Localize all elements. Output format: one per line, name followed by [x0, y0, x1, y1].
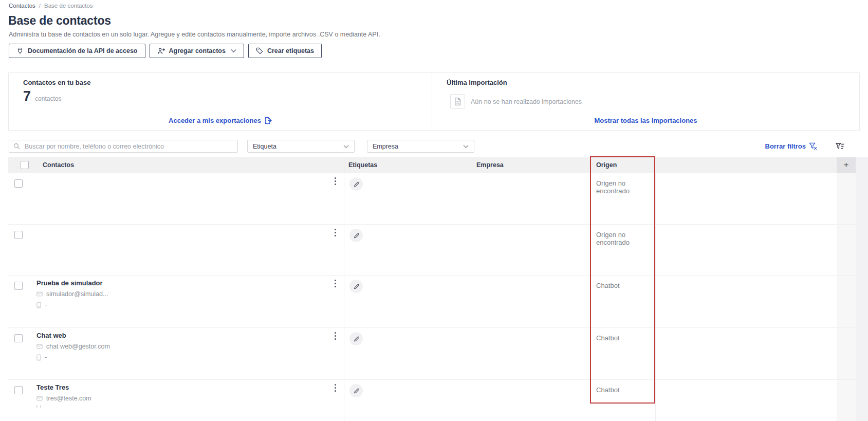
phone-icon	[36, 302, 41, 308]
contacts-count-label: contactos	[35, 95, 61, 102]
origin-cell: Origen no encontrado	[590, 225, 656, 275]
breadcrumb-current-page: Base de contactos	[44, 3, 93, 9]
company-filter-select[interactable]: Empresa	[367, 140, 474, 153]
contact-name: Prueba de simulador	[36, 279, 108, 287]
contacts-table: Contactos Etiquetas Empresa Origen + Ori…	[8, 157, 856, 421]
column-header-company: Empresa	[471, 157, 590, 173]
edit-tags-button[interactable]	[349, 384, 363, 397]
table-right-gutter	[856, 157, 868, 421]
company-cell	[471, 173, 590, 224]
company-cell	[471, 225, 590, 275]
company-cell	[471, 380, 590, 421]
search-input[interactable]	[24, 142, 233, 151]
add-column-button[interactable]: +	[837, 157, 856, 173]
contacts-count: 7 contactos	[23, 88, 61, 104]
column-header-tags: Etiquetas	[344, 157, 471, 173]
edit-pencil-icon	[353, 181, 360, 188]
breadcrumb-contactos[interactable]: Contactos	[9, 3, 35, 9]
contact-name: Chat web	[36, 332, 110, 339]
row-checkbox[interactable]	[14, 282, 23, 290]
show-all-imports-label: Mostrar todas las importaciones	[594, 117, 697, 124]
edit-pencil-icon	[353, 336, 360, 342]
import-card-title: Última importación	[447, 79, 507, 86]
mail-icon	[36, 344, 43, 349]
phone-icon	[36, 405, 41, 408]
add-user-icon	[157, 47, 165, 55]
table-row: Teste Tres tres@teste.com Chatbot	[8, 379, 856, 421]
chevron-down-icon	[343, 145, 349, 148]
edit-tags-button[interactable]	[349, 229, 363, 242]
row-checkbox[interactable]	[14, 386, 23, 394]
edit-tags-button[interactable]	[349, 332, 363, 345]
origin-cell: Chatbot	[590, 328, 656, 379]
breadcrumb: Contactos / Base de contactos	[9, 3, 93, 9]
edit-tags-button[interactable]	[349, 177, 363, 191]
page-subtitle: Administra tu base de contactos en un so…	[9, 31, 380, 38]
edit-tags-button[interactable]	[349, 280, 363, 293]
import-empty-message: Aún no se han realizado importaciones	[471, 98, 582, 105]
company-cell	[471, 276, 590, 327]
add-contacts-button[interactable]: Agregar contactos	[150, 44, 244, 58]
chevron-down-icon	[463, 145, 469, 148]
table-row: Chat web chat web@gestor.com - Chatbot	[8, 327, 856, 379]
column-header-origin: Origen	[590, 157, 656, 173]
tag-filter-select[interactable]: Etiqueta	[247, 140, 355, 153]
contact-email: simulador@simulad...	[46, 290, 108, 298]
kebab-menu-icon[interactable]	[331, 384, 339, 392]
filter-icon[interactable]	[836, 143, 844, 150]
contacts-count-number: 7	[23, 88, 31, 104]
contact-email: chat web@gestor.com	[46, 343, 110, 350]
row-checkbox[interactable]	[14, 179, 23, 188]
table-row: Origen no encontrado	[8, 224, 856, 275]
import-empty-state: Aún no se han realizado importaciones	[450, 94, 582, 109]
search-box	[9, 140, 238, 153]
search-icon	[13, 143, 20, 150]
exports-link[interactable]: Acceder a mis exportaciones	[169, 117, 272, 124]
row-checkbox[interactable]	[14, 334, 23, 342]
column-header-contacts: Contactos	[43, 161, 74, 169]
row-checkbox[interactable]	[14, 231, 23, 239]
edit-pencil-icon	[353, 283, 360, 290]
select-all-checkbox[interactable]	[21, 161, 29, 169]
export-document-icon	[264, 117, 272, 124]
mail-icon	[36, 291, 43, 297]
api-docs-label: Documentación de la API de acceso	[28, 47, 138, 54]
kebab-menu-icon[interactable]	[331, 280, 339, 287]
add-column-cell	[837, 276, 856, 327]
breadcrumb-separator: /	[39, 3, 41, 9]
add-contacts-label: Agregar contactos	[169, 47, 226, 54]
edit-pencil-icon	[353, 232, 360, 239]
show-all-imports-link[interactable]: Mostrar todas las importaciones	[594, 117, 697, 124]
page-title: Base de contactos	[8, 14, 111, 28]
create-tags-label: Crear etiquetas	[267, 47, 314, 54]
clear-filter-icon	[809, 142, 817, 150]
contacts-count-card: Contactos en tu base 7 contactos Acceder…	[9, 73, 432, 130]
create-tags-button[interactable]: Crear etiquetas	[248, 44, 322, 58]
clear-filters-label: Borrar filtros	[765, 142, 806, 150]
kebab-menu-icon[interactable]	[331, 229, 339, 236]
summary-cards: Contactos en tu base 7 contactos Acceder…	[8, 72, 860, 131]
origin-cell: Chatbot	[590, 276, 656, 327]
exports-link-label: Acceder a mis exportaciones	[169, 117, 261, 124]
api-docs-button[interactable]: Documentación de la API de acceso	[9, 44, 145, 58]
document-icon	[450, 94, 465, 109]
tag-icon	[256, 47, 263, 54]
last-import-card: Última importación Aún no se han realiza…	[432, 73, 859, 130]
contact-phone: -	[45, 301, 47, 308]
clear-filters-link[interactable]: Borrar filtros	[765, 142, 817, 150]
contact-email: tres@teste.com	[46, 395, 91, 402]
company-filter-label: Empresa	[373, 143, 398, 150]
add-column-cell	[837, 225, 856, 275]
kebab-menu-icon[interactable]	[331, 177, 339, 185]
origin-cell: Origen no encontrado	[590, 173, 656, 224]
plug-icon	[16, 47, 24, 54]
contact-name: Teste Tres	[36, 383, 91, 391]
header-actions: Documentación de la API de acceso Agrega…	[9, 44, 322, 58]
add-column-cell	[837, 173, 856, 224]
phone-icon	[36, 354, 41, 361]
company-cell	[471, 328, 590, 379]
contact-phone: -	[45, 354, 47, 361]
contacts-card-title: Contactos en tu base	[23, 79, 90, 86]
edit-pencil-icon	[353, 388, 360, 394]
kebab-menu-icon[interactable]	[331, 332, 339, 340]
